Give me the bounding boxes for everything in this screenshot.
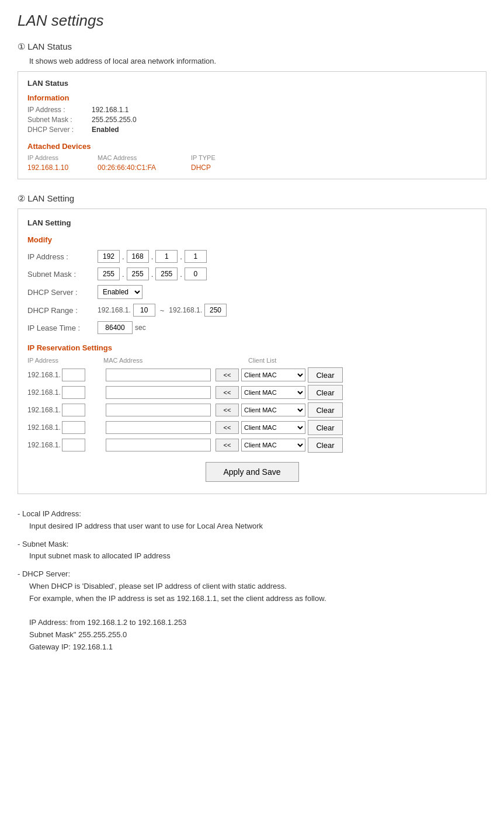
client-select-1[interactable]: Client MAC [241,386,305,399]
lan-status-panel: LAN Status Information IP Address : 192.… [18,71,486,179]
sm-oct3-input[interactable] [155,267,178,280]
desc-local-ip-body: Input desired IP address that user want … [29,522,263,530]
ip-oct4-input[interactable] [185,250,207,263]
res-mac-input-1[interactable] [106,386,211,399]
sm-oct4-input[interactable] [185,267,207,280]
res-mac-input-3[interactable] [106,421,211,434]
res-ip-input-2[interactable] [62,404,85,416]
section1-desc: It shows web address of local area netwo… [29,57,486,65]
ip-address-value: 192.168.1.1 [92,106,128,114]
arrow-btn-3[interactable]: << [215,421,239,434]
client-select-2[interactable]: Client MAC [241,404,305,416]
attached-devices-title: Attached Devices [27,142,477,151]
subnet-mask-value: 255.255.255.0 [92,116,137,124]
device-ip: 192.168.1.10 [27,164,98,172]
desc-dhcp-body1: When DHCP is 'Disabled', please set IP a… [29,582,287,590]
ip-oct2-input[interactable] [127,250,149,263]
ip-address-label: IP Address : [27,106,92,114]
desc-subnet-body: Input subnet mask to allocated IP addres… [29,551,171,560]
sec-label: sec [135,324,146,332]
lan-setting-title: LAN Setting [27,218,477,227]
dhcp-server-form-row: DHCP Server : Enabled Disabled [27,285,477,299]
desc-dhcp-body2: For example, when the IP address is set … [29,594,326,603]
lan-status-title: LAN Status [27,79,477,88]
device-mac: 00:26:66:40:C1:FA [98,164,191,172]
subnet-mask-row: Subnet Mask : 255.255.255.0 [27,116,477,124]
res-ip-cell-1: 192.168.1. [27,386,103,399]
res-ip-cell-2: 192.168.1. [27,404,103,416]
section1-label: ① LAN Status [18,41,486,52]
reservation-row: 192.168.1. << Client MAC Clear [27,367,477,383]
dhcp-end-input[interactable] [204,304,227,317]
clear-btn-4[interactable]: Clear [308,437,343,453]
dhcp-end-prefix: 192.168.1. [169,306,202,314]
attached-header: IP Address MAC Address IP TYPE [27,154,477,161]
desc-subnet: - Subnet Mask: Input subnet mask to allo… [18,538,486,563]
subnet-mask-form-row: Subnet Mask : . . . [27,267,477,280]
page-title: LAN settings [18,12,486,30]
clear-btn-1[interactable]: Clear [308,385,343,400]
ip-address-form-row: IP Address : . . . [27,250,477,263]
arrow-btn-2[interactable]: << [215,404,239,416]
dhcp-start-input[interactable] [133,304,155,317]
reservation-header: IP Address MAC Address Client List [27,357,477,365]
dhcp-server-label: DHCP Server : [27,126,92,134]
res-ip-prefix-1: 192.168.1. [27,388,61,397]
subnet-mask-form-label: Subnet Mask : [27,270,98,279]
modify-label: Modify [27,235,477,244]
dhcp-server-form-label: DHCP Server : [27,288,98,297]
res-mac-input-2[interactable] [106,404,211,416]
descriptions-block: - Local IP Address: Input desired IP add… [18,508,486,654]
ip-reservation-title: IP Reservation Settings [27,343,477,352]
sm-oct2-input[interactable] [127,267,149,280]
res-ip-prefix-0: 192.168.1. [27,371,61,379]
section2-label: ② LAN Setting [18,193,486,204]
ip-dot-3: . [180,252,182,261]
clear-btn-3[interactable]: Clear [308,420,343,435]
client-select-3[interactable]: Client MAC [241,421,305,434]
lease-time-form-row: IP Lease Time : sec [27,321,477,334]
arrow-btn-1[interactable]: << [215,386,239,399]
arrow-btn-4[interactable]: << [215,439,239,451]
lease-time-label: IP Lease Time : [27,324,98,332]
ip-address-form-label: IP Address : [27,252,98,261]
dhcp-tilde: ~ [160,306,165,315]
res-mac-input-4[interactable] [106,439,211,451]
subnet-mask-inputs: . . . [98,267,207,280]
res-ip-input-0[interactable] [62,369,85,381]
lan-setting-panel: LAN Setting Modify IP Address : . . . Su… [18,209,486,494]
client-select-4[interactable]: Client MAC [241,439,305,451]
lease-time-input[interactable] [98,321,133,334]
dhcp-server-select[interactable]: Enabled Disabled [98,285,142,299]
reservation-row: 192.168.1. << Client MAC Clear [27,385,477,400]
arrow-btn-0[interactable]: << [215,369,239,381]
res-ip-input-3[interactable] [62,421,85,434]
ip-address-inputs: . . . [98,250,207,263]
res-mac-input-0[interactable] [106,369,211,381]
res-ip-input-4[interactable] [62,439,85,451]
ip-oct1-input[interactable] [98,250,120,263]
desc-dhcp-body6: Gateway IP: 192.168.1.1 [29,642,113,651]
device-type: DHCP [191,164,238,172]
reservation-row: 192.168.1. << Client MAC Clear [27,420,477,435]
res-ip-cell-0: 192.168.1. [27,369,103,381]
client-select-0[interactable]: Client MAC [241,369,305,381]
clear-btn-2[interactable]: Clear [308,402,343,418]
desc-local-ip-heading: - Local IP Address: [18,509,81,518]
clear-btn-0[interactable]: Clear [308,367,343,383]
res-col-mac-header: MAC Address [103,357,220,364]
res-ip-input-1[interactable] [62,386,85,399]
sm-oct1-input[interactable] [98,267,120,280]
ip-dot-2: . [151,252,154,261]
dhcp-server-value: Enabled [92,126,119,134]
apply-btn-row: Apply and Save [27,462,477,482]
info-title: Information [27,93,477,102]
sm-dot-1: . [122,270,124,279]
apply-save-button[interactable]: Apply and Save [206,462,299,482]
res-ip-cell-4: 192.168.1. [27,439,103,451]
dhcp-range-form-row: DHCP Range : 192.168.1. ~ 192.168.1. [27,304,477,317]
dhcp-start-prefix: 192.168.1. [98,306,131,314]
ip-oct3-input[interactable] [155,250,178,263]
ip-dot-1: . [122,252,124,261]
res-col-ip-header: IP Address [27,357,103,364]
